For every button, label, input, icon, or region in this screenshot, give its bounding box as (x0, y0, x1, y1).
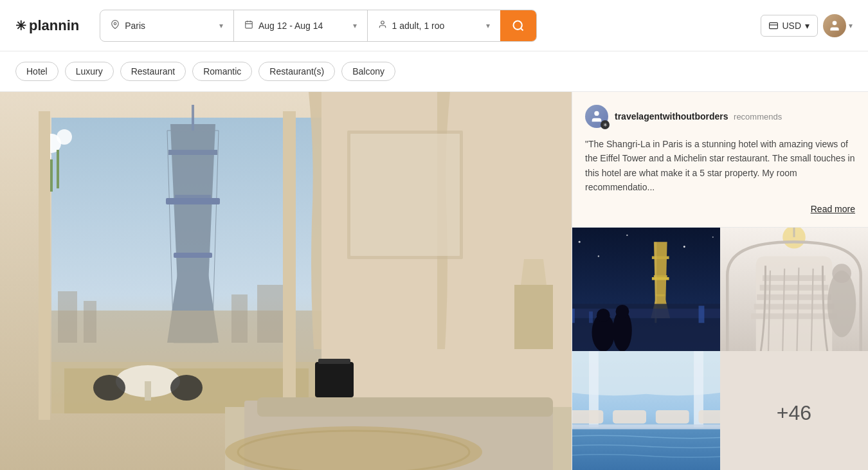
svg-rect-30 (145, 381, 151, 401)
currency-chevron: ▾ (805, 21, 809, 31)
rec-user-info: travelagentwithoutborders recommends (615, 111, 782, 122)
svg-rect-70 (589, 311, 593, 323)
svg-rect-7 (770, 23, 778, 28)
svg-rect-23 (58, 291, 77, 343)
svg-rect-47 (318, 359, 350, 364)
svg-rect-96 (572, 424, 720, 429)
logo-star: ✳ (15, 18, 26, 33)
svg-rect-36 (57, 150, 59, 188)
svg-rect-25 (231, 294, 248, 343)
location-chevron: ▾ (219, 21, 223, 30)
rec-avatar: ✳ (585, 105, 608, 128)
location-value: Paris (125, 21, 145, 31)
svg-rect-99 (656, 410, 689, 424)
svg-rect-79 (757, 294, 831, 300)
svg-rect-69 (572, 309, 575, 323)
photo-cell-4[interactable]: +46 (720, 351, 868, 470)
svg-point-31 (93, 375, 125, 401)
svg-rect-95 (572, 428, 720, 470)
svg-point-0 (114, 23, 116, 25)
dates-chevron: ▾ (353, 21, 357, 30)
search-button[interactable] (500, 10, 536, 41)
dates-field[interactable]: Aug 12 - Aug 14 ▾ (234, 10, 368, 41)
scene-canvas (0, 92, 572, 470)
main-image[interactable] (0, 92, 572, 470)
svg-rect-39 (283, 111, 296, 420)
svg-rect-14 (168, 150, 217, 155)
svg-rect-60 (652, 256, 669, 258)
svg-point-54 (579, 240, 581, 242)
recommendation-card: ✳ travelagentwithoutborders recommends "… (572, 92, 868, 228)
filter-romantic[interactable]: Romantic (192, 62, 252, 81)
svg-rect-48 (514, 285, 553, 349)
svg-point-5 (381, 21, 384, 24)
right-panel: ✳ travelagentwithoutborders recommends "… (572, 92, 868, 470)
svg-rect-26 (257, 285, 283, 343)
svg-point-34 (57, 129, 72, 145)
photo-grid: +46 (572, 228, 868, 470)
svg-point-73 (597, 309, 610, 322)
dates-value: Aug 12 - Aug 14 (258, 21, 323, 31)
filter-bar: Hotel Luxury Restaurant Romantic Restaur… (0, 51, 868, 92)
svg-point-6 (514, 21, 522, 29)
svg-marker-49 (521, 259, 547, 285)
read-more-link[interactable]: Read more (811, 204, 855, 214)
avatar-chevron: ▾ (849, 21, 853, 30)
svg-rect-37 (50, 159, 53, 192)
svg-point-32 (170, 375, 203, 401)
svg-point-55 (626, 234, 628, 235)
header-right: USD ▾ ▾ (761, 14, 853, 37)
photo-cell-1[interactable] (572, 228, 720, 352)
currency-value: USD (782, 21, 801, 31)
main-content: ✳ travelagentwithoutborders recommends "… (0, 92, 868, 470)
svg-point-52 (594, 111, 599, 116)
svg-rect-42 (350, 134, 460, 256)
avatar (823, 14, 846, 37)
svg-rect-46 (315, 362, 354, 397)
svg-rect-62 (656, 294, 665, 296)
header: ✳ plannin Paris ▾ Aug 12 - (0, 0, 868, 51)
rec-username: travelagentwithoutborders (615, 111, 728, 122)
rec-avatar-star-icon: ✳ (601, 120, 610, 129)
photo-cell-2[interactable] (720, 228, 868, 352)
filter-restaurant[interactable]: Restaurant (120, 62, 186, 81)
location-icon (111, 20, 120, 32)
svg-rect-45 (257, 397, 553, 417)
svg-rect-21 (192, 105, 194, 131)
svg-point-87 (832, 264, 851, 283)
photo-cell-3[interactable] (572, 351, 720, 470)
read-more-container: Read more (585, 204, 855, 214)
filter-luxury[interactable]: Luxury (65, 62, 114, 81)
search-bar: Paris ▾ Aug 12 - Aug 14 ▾ (100, 10, 537, 42)
guests-chevron: ▾ (486, 21, 490, 30)
svg-rect-38 (39, 111, 50, 420)
rec-text: "The Shangri-La in Paris is a stunning h… (585, 137, 855, 195)
svg-rect-68 (572, 309, 720, 318)
calendar-icon (244, 20, 253, 32)
svg-rect-81 (763, 275, 826, 281)
svg-point-57 (712, 236, 714, 237)
svg-point-58 (598, 255, 599, 257)
svg-rect-100 (699, 410, 720, 424)
guests-value: 1 adult, 1 roo (392, 21, 445, 31)
svg-rect-20 (174, 253, 212, 258)
filter-balcony[interactable]: Balcony (341, 62, 395, 81)
svg-rect-78 (754, 303, 835, 309)
logo[interactable]: ✳ plannin (15, 17, 79, 34)
avatar-button[interactable]: ▾ (823, 14, 853, 37)
svg-point-56 (683, 246, 685, 248)
photo-count: +46 (777, 401, 811, 425)
rec-header: ✳ travelagentwithoutborders recommends (585, 105, 855, 128)
svg-rect-24 (84, 301, 96, 343)
svg-rect-65 (652, 277, 669, 280)
currency-button[interactable]: USD ▾ (761, 15, 818, 37)
filter-hotel[interactable]: Hotel (15, 62, 59, 81)
rec-recommends-label: recommends (734, 112, 782, 122)
filter-restaurants[interactable]: Restaurant(s) (258, 62, 335, 81)
svg-rect-71 (699, 305, 705, 323)
guests-field[interactable]: 1 adult, 1 roo ▾ (368, 10, 501, 41)
location-field[interactable]: Paris ▾ (100, 10, 234, 41)
svg-rect-98 (613, 410, 646, 424)
svg-point-9 (833, 21, 837, 25)
svg-point-75 (616, 305, 629, 318)
